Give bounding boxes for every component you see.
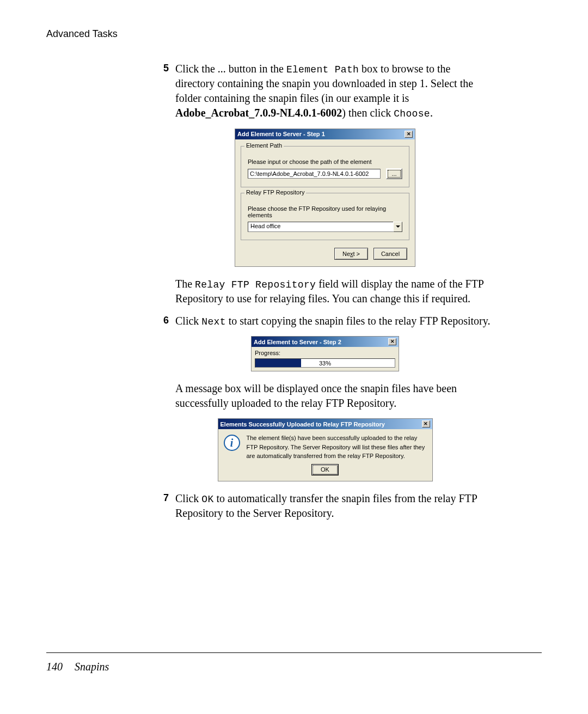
next-button[interactable]: Next > bbox=[334, 248, 368, 260]
step-7: 7 Click OK to automatically transfer the… bbox=[159, 491, 491, 521]
progress-label: Progress: bbox=[255, 350, 395, 356]
step-note: The Relay FTP Repository field will disp… bbox=[175, 277, 491, 306]
fieldset-legend: Relay FTP Repository bbox=[244, 189, 306, 196]
ellipsis-ref: ... bbox=[218, 63, 226, 75]
progress-percent: 33% bbox=[319, 360, 331, 367]
text: . bbox=[430, 107, 433, 119]
text: The bbox=[175, 278, 195, 290]
step-text: Click OK to automatically transfer the s… bbox=[175, 491, 491, 521]
ui-term: Relay FTP Repository bbox=[195, 279, 316, 290]
info-icon: i bbox=[224, 435, 240, 451]
step-text: Click Next to start copying the snapin f… bbox=[175, 314, 491, 328]
message-text: The element file(s) have been successful… bbox=[247, 434, 427, 461]
folder-name: Adobe_Acrobat_7.0.9-NL4.0.1-6002 bbox=[175, 107, 342, 119]
dialog-title: Add Element to Server - Step 2 bbox=[254, 339, 341, 345]
close-icon[interactable]: ✕ bbox=[405, 131, 413, 138]
text: ) then click bbox=[342, 107, 394, 119]
progress-fill bbox=[255, 359, 301, 367]
ui-term: Choose bbox=[394, 108, 430, 119]
fieldset-legend: Element Path bbox=[244, 142, 284, 149]
text: Click the bbox=[175, 63, 218, 75]
step-text: Click the ... button in the Element Path… bbox=[175, 62, 491, 121]
footer-rule bbox=[46, 652, 542, 653]
step-number: 6 bbox=[159, 314, 175, 328]
ok-button[interactable]: OK bbox=[311, 464, 339, 475]
element-path-input[interactable] bbox=[248, 169, 381, 179]
upload-success-dialog: Elements Successfully Uploaded to Relay … bbox=[218, 418, 433, 481]
page-footer: 140Snapins bbox=[46, 661, 109, 673]
cancel-button[interactable]: Cancel bbox=[373, 248, 407, 260]
close-icon[interactable]: ✕ bbox=[388, 338, 396, 345]
progress-bar: 33% bbox=[255, 358, 395, 368]
element-path-fieldset: Element Path Please input or choose the … bbox=[241, 146, 409, 187]
step-number: 7 bbox=[159, 491, 175, 521]
select-value: Head office bbox=[248, 222, 393, 232]
dialog-title-bar: Add Element to Server - Step 2 ✕ bbox=[252, 337, 399, 347]
page-number: 140 bbox=[46, 661, 63, 673]
ui-term: Next bbox=[201, 316, 225, 327]
step-note: A message box will be displayed once the… bbox=[175, 381, 491, 411]
browse-button[interactable]: ... bbox=[386, 168, 402, 179]
ui-term: Element Path bbox=[286, 64, 359, 75]
step-6: 6 Click Next to start copying the snapin… bbox=[159, 314, 491, 328]
dialog-title: Add Element to Server - Step 1 bbox=[237, 131, 325, 137]
ftp-repository-select[interactable]: Head office bbox=[248, 222, 402, 232]
dialog-title: Elements Successfully Uploaded to Relay … bbox=[220, 421, 385, 428]
field-label: Please choose the FTP Repository used fo… bbox=[248, 205, 402, 218]
section-name: Snapins bbox=[75, 661, 109, 673]
ui-term: OK bbox=[201, 494, 213, 505]
step-5: 5 Click the ... button in the Element Pa… bbox=[159, 62, 491, 121]
close-icon[interactable]: ✕ bbox=[422, 420, 430, 428]
text: button in the bbox=[226, 63, 286, 75]
add-element-dialog-step2: Add Element to Server - Step 2 ✕ Progres… bbox=[251, 336, 399, 371]
field-label: Please input or choose the path of the e… bbox=[248, 158, 402, 165]
add-element-dialog-step1: Add Element to Server - Step 1 ✕ Element… bbox=[235, 129, 415, 267]
dialog-title-bar: Elements Successfully Uploaded to Relay … bbox=[218, 419, 432, 429]
dialog-title-bar: Add Element to Server - Step 1 ✕ bbox=[235, 129, 415, 139]
text: Click bbox=[175, 315, 201, 327]
text: to automatically transfer the snapin fil… bbox=[175, 492, 477, 519]
text: to start copying the snapin files to the… bbox=[226, 315, 491, 327]
text: Click bbox=[175, 492, 201, 504]
step-number: 5 bbox=[159, 62, 175, 121]
chevron-down-icon[interactable] bbox=[393, 222, 402, 232]
relay-ftp-fieldset: Relay FTP Repository Please choose the F… bbox=[241, 193, 409, 240]
section-header: Advanced Tasks bbox=[46, 28, 542, 40]
